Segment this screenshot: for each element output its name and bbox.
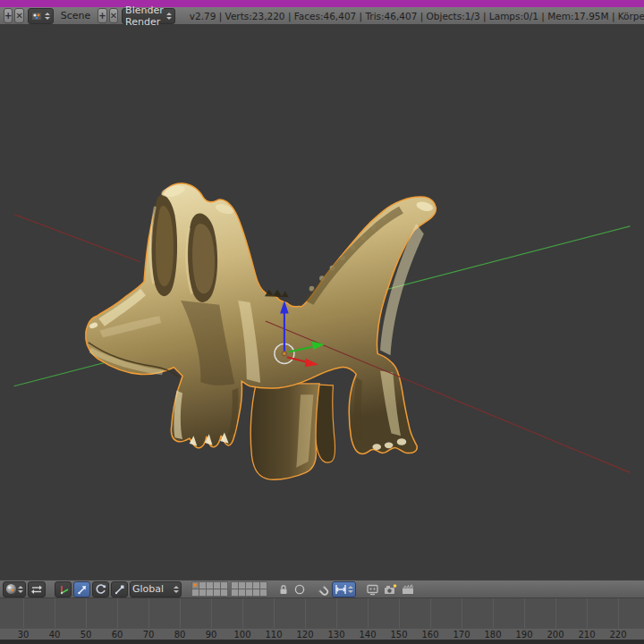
transform-orientation-label: Global (132, 583, 164, 595)
scene-browse-dropdown[interactable] (28, 8, 54, 24)
timeline-gridline (117, 598, 118, 629)
viewport-canvas (0, 25, 644, 580)
manipulator-toggle-icon (30, 584, 43, 595)
proportional-edit-button[interactable] (292, 582, 307, 597)
bottom-strip (0, 640, 644, 644)
layout-add-button[interactable]: + (4, 8, 13, 23)
rotate-manipulator-button[interactable] (92, 581, 109, 597)
viewport-3d[interactable] (0, 25, 644, 580)
translate-icon (76, 583, 88, 595)
snap-increment-icon (335, 584, 347, 595)
timeline-gridline (555, 598, 556, 629)
timeline-gridline (336, 598, 337, 629)
scale-manipulator-button[interactable] (111, 581, 128, 597)
render-engine-dropdown[interactable]: Blender Render (122, 8, 175, 24)
scene-add-button[interactable]: + (97, 8, 106, 23)
snap-toggle-button[interactable] (316, 582, 330, 597)
timeline-gridline (211, 598, 212, 629)
back-spikes-dark (265, 290, 289, 298)
eye-socket-left-core (156, 206, 174, 286)
blender-window: + ✕ Scene + ✕ Blender Render v2.79 | (0, 0, 644, 644)
timeline-gridline (148, 598, 149, 629)
window-titlebar (0, 0, 644, 7)
timeline-gridline (86, 598, 87, 629)
scale-icon (114, 583, 125, 595)
layout-close-button[interactable]: ✕ (14, 8, 23, 23)
render-engine-label: Blender Render (125, 4, 164, 28)
timeline-gridline (493, 598, 494, 629)
model-crocodile[interactable] (86, 183, 436, 479)
lock-icon (277, 583, 290, 596)
layer-grid (192, 582, 228, 597)
layer-cell[interactable] (220, 589, 228, 597)
timeline-gridline (55, 598, 55, 629)
scene-statistics: v2.79 | Verts:23,220 | Faces:46,407 | Tr… (190, 11, 644, 21)
timeline-gridline (524, 598, 525, 629)
proportional-circle-icon (293, 583, 306, 596)
editor-type-icon (5, 583, 17, 595)
opengl-render-animation-button[interactable] (400, 582, 416, 597)
timeline-gridline (242, 598, 243, 629)
screen-icon (366, 583, 379, 596)
snap-element-stepper[interactable] (348, 586, 353, 593)
timeline-gridline (305, 598, 306, 629)
timeline-gridline (462, 598, 462, 629)
clapperboard-icon (401, 583, 415, 596)
scene-close-button[interactable]: ✕ (109, 8, 118, 23)
timeline-gridline (618, 598, 619, 629)
engine-stepper[interactable] (166, 13, 172, 20)
timeline-gridline (587, 598, 588, 629)
translate-manipulator-button[interactable] (73, 581, 90, 597)
timeline-track[interactable] (0, 597, 644, 629)
timeline-ruler[interactable]: 3040506070809010011012013014015016017018… (0, 628, 644, 640)
info-header: + ✕ Scene + ✕ Blender Render v2.79 | (0, 7, 644, 25)
timeline-gridline (23, 598, 24, 629)
manipulator-toggle-button[interactable] (28, 581, 46, 597)
scene-name-field[interactable]: Scene (61, 10, 91, 21)
timeline-gridline (430, 598, 431, 629)
gizmo-origin-dot (283, 352, 287, 356)
scene-stepper[interactable] (45, 13, 50, 20)
orientation-stepper[interactable] (174, 586, 179, 593)
timeline-gridline (399, 598, 400, 629)
manipulator-axis-icon (57, 583, 69, 595)
manipulator-axis-button[interactable] (55, 581, 72, 597)
snap-element-dropdown[interactable] (332, 581, 356, 597)
transform-orientation-dropdown[interactable]: Global (130, 581, 182, 597)
opengl-settings-button[interactable] (365, 582, 380, 597)
timeline-gridline (180, 598, 181, 629)
opengl-render-image-button[interactable] (382, 582, 398, 597)
axis-x-red-line-left (14, 214, 141, 262)
editor-type-dropdown[interactable] (3, 581, 26, 597)
view3d-header: Global (0, 580, 644, 597)
timeline-gridline (368, 598, 369, 629)
layer-cell[interactable] (259, 589, 267, 597)
render-camera-icon (383, 583, 397, 596)
timeline-gridline (274, 598, 275, 629)
scene-icon (31, 11, 42, 21)
lock-to-scene-button[interactable] (276, 582, 291, 597)
rotate-icon (95, 583, 106, 595)
editor-type-stepper[interactable] (18, 586, 23, 593)
layer-grid (232, 582, 267, 597)
magnet-icon (317, 583, 329, 596)
